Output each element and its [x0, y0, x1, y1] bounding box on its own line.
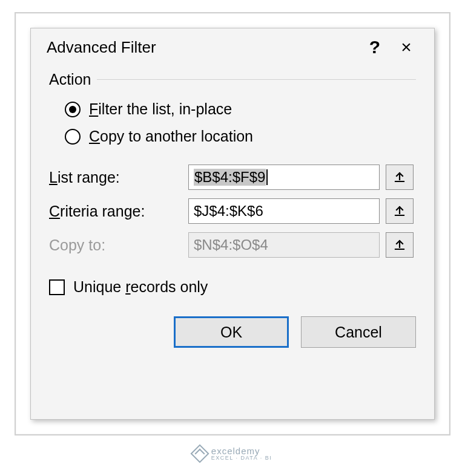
collapse-dialog-icon — [394, 239, 406, 251]
collapse-dialog-icon — [394, 205, 406, 217]
copy-to-collapse-button[interactable] — [386, 232, 414, 258]
titlebar: Advanced Filter ? × — [31, 28, 434, 64]
watermark-logo-icon — [190, 445, 209, 463]
radio-label: Copy to another location — [89, 128, 253, 145]
advanced-filter-dialog: Advanced Filter ? × Action Filter the li… — [30, 28, 435, 420]
list-range-label: List range: — [49, 169, 182, 186]
dialog-content: Action Filter the list, in-place Copy to… — [31, 64, 434, 419]
copy-to-label: Copy to: — [49, 236, 182, 254]
criteria-range-collapse-button[interactable] — [386, 198, 414, 224]
list-range-collapse-button[interactable] — [386, 165, 414, 190]
help-icon[interactable]: ? — [360, 37, 389, 57]
cancel-button[interactable]: Cancel — [301, 316, 416, 348]
radio-icon — [65, 129, 81, 145]
dialog-buttons: OK Cancel — [49, 316, 416, 348]
watermark: exceldemy EXCEL · DATA · BI — [193, 446, 272, 461]
range-fields: List range: $B$4:$F$9 Criteria range: $J… — [49, 165, 416, 258]
list-range-input[interactable]: $B$4:$F$9 — [188, 165, 380, 190]
radio-label: Filter the list, in-place — [89, 100, 232, 118]
checkbox-label: Unique records only — [73, 278, 208, 296]
action-group-label: Action — [49, 71, 91, 88]
action-group-header: Action — [49, 71, 416, 88]
text-cursor-icon — [266, 169, 268, 185]
ok-button[interactable]: OK — [174, 316, 289, 348]
criteria-range-label: Criteria range: — [49, 203, 182, 220]
radio-filter-in-place[interactable]: Filter the list, in-place — [65, 100, 416, 118]
close-icon[interactable]: × — [389, 38, 423, 56]
radio-copy-to-location[interactable]: Copy to another location — [65, 128, 416, 145]
dialog-outer-frame: Advanced Filter ? × Action Filter the li… — [15, 12, 450, 435]
unique-records-checkbox[interactable]: Unique records only — [49, 278, 416, 296]
radio-icon — [65, 102, 81, 117]
divider — [97, 79, 416, 80]
copy-to-input: $N$4:$O$4 — [188, 232, 380, 258]
watermark-tagline: EXCEL · DATA · BI — [211, 455, 272, 461]
criteria-range-input[interactable]: $J$4:$K$6 — [188, 198, 380, 224]
dialog-title: Advanced Filter — [47, 38, 360, 57]
checkbox-icon — [49, 279, 65, 295]
collapse-dialog-icon — [394, 171, 406, 183]
